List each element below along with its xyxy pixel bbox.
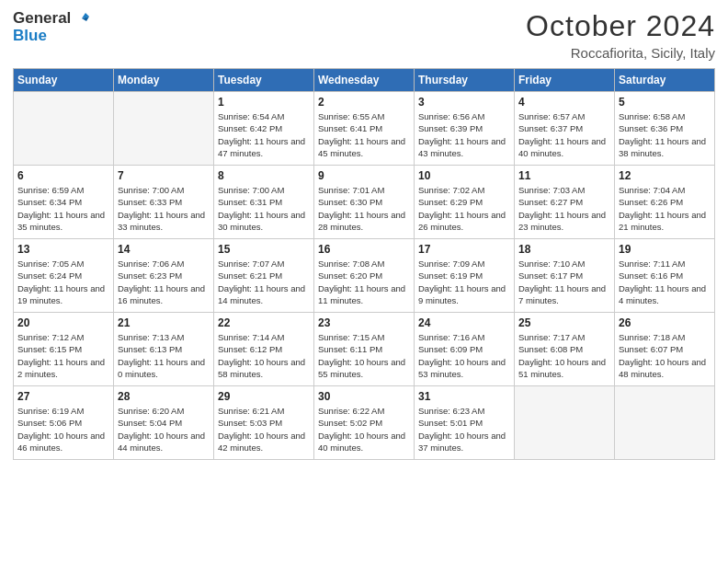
day-info: Sunrise: 7:12 AM Sunset: 6:15 PM Dayligh… — [17, 331, 109, 380]
header: General Blue October 2024 Roccafiorita, … — [13, 9, 715, 61]
day-info: Sunrise: 7:18 AM Sunset: 6:07 PM Dayligh… — [619, 331, 711, 380]
day-info: Sunrise: 7:14 AM Sunset: 6:12 PM Dayligh… — [218, 331, 310, 380]
table-row: 11 Sunrise: 7:03 AM Sunset: 6:27 PM Dayl… — [515, 166, 615, 239]
day-info: Sunrise: 7:00 AM Sunset: 6:33 PM Dayligh… — [118, 184, 210, 233]
table-row: 13 Sunrise: 7:05 AM Sunset: 6:24 PM Dayl… — [14, 239, 114, 313]
day-number: 17 — [418, 243, 510, 256]
day-number: 8 — [218, 169, 310, 182]
day-info: Sunrise: 7:10 AM Sunset: 6:17 PM Dayligh… — [518, 258, 610, 306]
day-info: Sunrise: 6:20 AM Sunset: 5:04 PM Dayligh… — [118, 405, 210, 454]
col-sunday: Sunday — [14, 69, 114, 92]
table-row: 17 Sunrise: 7:09 AM Sunset: 6:19 PM Dayl… — [415, 239, 515, 313]
table-row: 4 Sunrise: 6:57 AM Sunset: 6:37 PM Dayli… — [515, 92, 615, 166]
day-number: 9 — [318, 169, 410, 182]
table-row: 22 Sunrise: 7:14 AM Sunset: 6:12 PM Dayl… — [214, 313, 314, 386]
day-info: Sunrise: 6:19 AM Sunset: 5:06 PM Dayligh… — [17, 405, 109, 454]
col-monday: Monday — [114, 69, 214, 92]
day-number: 3 — [418, 96, 510, 109]
day-number: 22 — [218, 316, 310, 329]
day-number: 20 — [17, 316, 109, 329]
day-info: Sunrise: 7:02 AM Sunset: 6:29 PM Dayligh… — [418, 184, 510, 233]
table-row: 16 Sunrise: 7:08 AM Sunset: 6:20 PM Dayl… — [314, 239, 415, 313]
title-block: October 2024 Roccafiorita, Sicily, Italy — [526, 9, 715, 61]
table-row: 21 Sunrise: 7:13 AM Sunset: 6:13 PM Dayl… — [114, 313, 214, 386]
table-row: 3 Sunrise: 6:56 AM Sunset: 6:39 PM Dayli… — [415, 92, 515, 166]
table-row: 15 Sunrise: 7:07 AM Sunset: 6:21 PM Dayl… — [214, 239, 314, 313]
table-row: 19 Sunrise: 7:11 AM Sunset: 6:16 PM Dayl… — [615, 239, 715, 313]
header-row: Sunday Monday Tuesday Wednesday Thursday… — [14, 69, 715, 92]
table-row: 18 Sunrise: 7:10 AM Sunset: 6:17 PM Dayl… — [515, 239, 615, 313]
day-number: 4 — [518, 96, 610, 109]
day-number: 10 — [418, 169, 510, 182]
day-info: Sunrise: 7:06 AM Sunset: 6:23 PM Dayligh… — [118, 258, 210, 306]
day-number: 23 — [318, 316, 410, 329]
logo-general: General — [13, 10, 71, 28]
logo-blue: Blue — [13, 28, 47, 45]
table-row: 31 Sunrise: 6:23 AM Sunset: 5:01 PM Dayl… — [415, 386, 515, 460]
col-wednesday: Wednesday — [314, 69, 415, 92]
day-info: Sunrise: 7:04 AM Sunset: 6:26 PM Dayligh… — [619, 184, 711, 233]
day-number: 18 — [518, 243, 610, 256]
table-row: 30 Sunrise: 6:22 AM Sunset: 5:02 PM Dayl… — [314, 386, 415, 460]
day-info: Sunrise: 6:58 AM Sunset: 6:36 PM Dayligh… — [619, 110, 711, 159]
table-row: 1 Sunrise: 6:54 AM Sunset: 6:42 PM Dayli… — [214, 92, 314, 166]
table-row: 20 Sunrise: 7:12 AM Sunset: 6:15 PM Dayl… — [14, 313, 114, 386]
day-number: 24 — [418, 316, 510, 329]
day-number: 11 — [518, 169, 610, 182]
calendar-table: Sunday Monday Tuesday Wednesday Thursday… — [13, 68, 715, 460]
day-info: Sunrise: 7:07 AM Sunset: 6:21 PM Dayligh… — [218, 258, 310, 306]
day-info: Sunrise: 7:05 AM Sunset: 6:24 PM Dayligh… — [17, 258, 109, 306]
table-row: 12 Sunrise: 7:04 AM Sunset: 6:26 PM Dayl… — [615, 166, 715, 239]
month-title: October 2024 — [526, 9, 715, 43]
day-number: 2 — [318, 96, 410, 109]
day-info: Sunrise: 7:17 AM Sunset: 6:08 PM Dayligh… — [518, 331, 610, 380]
logo: General Blue — [13, 9, 91, 45]
col-saturday: Saturday — [615, 69, 715, 92]
location-title: Roccafiorita, Sicily, Italy — [526, 45, 715, 61]
day-number: 25 — [518, 316, 610, 329]
day-number: 31 — [418, 390, 510, 403]
day-info: Sunrise: 6:57 AM Sunset: 6:37 PM Dayligh… — [518, 110, 610, 159]
day-number: 29 — [218, 390, 310, 403]
day-info: Sunrise: 6:21 AM Sunset: 5:03 PM Dayligh… — [218, 405, 310, 454]
table-row — [615, 386, 715, 460]
day-info: Sunrise: 6:54 AM Sunset: 6:42 PM Dayligh… — [218, 110, 310, 159]
table-row: 9 Sunrise: 7:01 AM Sunset: 6:30 PM Dayli… — [314, 166, 415, 239]
table-row: 26 Sunrise: 7:18 AM Sunset: 6:07 PM Dayl… — [615, 313, 715, 386]
day-number: 14 — [118, 243, 210, 256]
day-number: 30 — [318, 390, 410, 403]
day-info: Sunrise: 7:13 AM Sunset: 6:13 PM Dayligh… — [118, 331, 210, 380]
table-row: 2 Sunrise: 6:55 AM Sunset: 6:41 PM Dayli… — [314, 92, 415, 166]
day-info: Sunrise: 6:56 AM Sunset: 6:39 PM Dayligh… — [418, 110, 510, 159]
day-info: Sunrise: 6:22 AM Sunset: 5:02 PM Dayligh… — [318, 405, 410, 454]
table-row: 7 Sunrise: 7:00 AM Sunset: 6:33 PM Dayli… — [114, 166, 214, 239]
day-number: 5 — [619, 96, 711, 109]
day-number: 27 — [17, 390, 109, 403]
col-thursday: Thursday — [415, 69, 515, 92]
table-row: 29 Sunrise: 6:21 AM Sunset: 5:03 PM Dayl… — [214, 386, 314, 460]
table-row: 10 Sunrise: 7:02 AM Sunset: 6:29 PM Dayl… — [415, 166, 515, 239]
col-friday: Friday — [515, 69, 615, 92]
day-number: 21 — [118, 316, 210, 329]
day-info: Sunrise: 6:59 AM Sunset: 6:34 PM Dayligh… — [17, 184, 109, 233]
day-number: 28 — [118, 390, 210, 403]
table-row: 5 Sunrise: 6:58 AM Sunset: 6:36 PM Dayli… — [615, 92, 715, 166]
day-info: Sunrise: 7:01 AM Sunset: 6:30 PM Dayligh… — [318, 184, 410, 233]
day-number: 15 — [218, 243, 310, 256]
table-row: 27 Sunrise: 6:19 AM Sunset: 5:06 PM Dayl… — [14, 386, 114, 460]
day-info: Sunrise: 6:55 AM Sunset: 6:41 PM Dayligh… — [318, 110, 410, 159]
day-number: 19 — [619, 243, 711, 256]
day-number: 16 — [318, 243, 410, 256]
table-row: 8 Sunrise: 7:00 AM Sunset: 6:31 PM Dayli… — [214, 166, 314, 239]
table-row: 24 Sunrise: 7:16 AM Sunset: 6:09 PM Dayl… — [415, 313, 515, 386]
day-info: Sunrise: 7:08 AM Sunset: 6:20 PM Dayligh… — [318, 258, 410, 306]
day-number: 26 — [619, 316, 711, 329]
day-info: Sunrise: 7:03 AM Sunset: 6:27 PM Dayligh… — [518, 184, 610, 233]
table-row — [14, 92, 114, 166]
col-tuesday: Tuesday — [214, 69, 314, 92]
table-row: 23 Sunrise: 7:15 AM Sunset: 6:11 PM Dayl… — [314, 313, 415, 386]
table-row: 25 Sunrise: 7:17 AM Sunset: 6:08 PM Dayl… — [515, 313, 615, 386]
day-number: 6 — [17, 169, 109, 182]
table-row — [114, 92, 214, 166]
page: General Blue October 2024 Roccafiorita, … — [0, 0, 728, 563]
